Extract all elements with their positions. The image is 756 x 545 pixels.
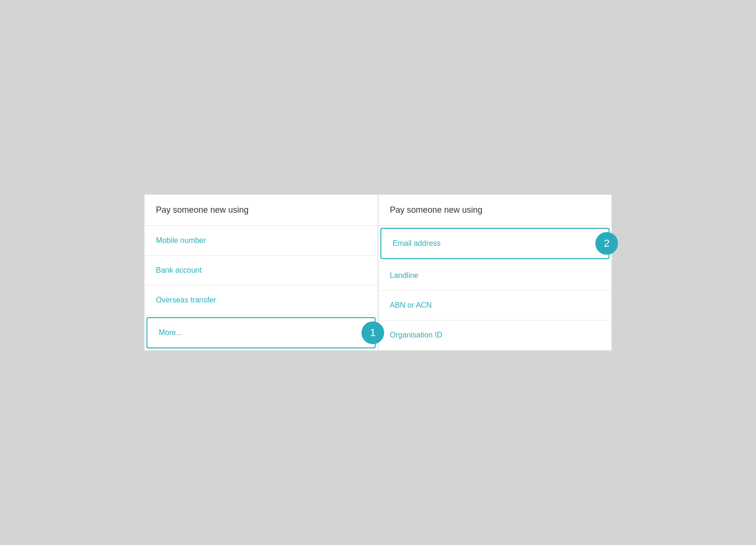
landline-item[interactable]: Landline <box>378 261 611 291</box>
more-item[interactable]: More... 1 <box>146 317 376 348</box>
left-panel-title: Pay someone new using <box>156 205 249 215</box>
left-panel-header: Pay someone new using <box>145 195 378 226</box>
panels-container: Pay someone new using Mobile number Bank… <box>144 194 612 351</box>
mobile-number-label: Mobile number <box>156 236 206 244</box>
bank-account-item[interactable]: Bank account <box>145 256 378 285</box>
bank-account-label: Bank account <box>156 266 202 274</box>
badge-2: 2 <box>595 232 618 255</box>
mobile-number-item[interactable]: Mobile number <box>145 226 378 256</box>
email-address-label: Email address <box>393 239 440 247</box>
right-panel: Pay someone new using Email address 2 La… <box>378 194 612 351</box>
email-address-item[interactable]: Email address 2 <box>380 228 610 259</box>
abn-acn-item[interactable]: ABN or ACN <box>378 291 611 320</box>
overseas-transfer-label: Overseas transfer <box>156 296 216 304</box>
badge-1: 1 <box>361 321 384 344</box>
organisation-id-item[interactable]: Organisation ID <box>378 320 611 350</box>
overseas-transfer-item[interactable]: Overseas transfer <box>145 285 378 315</box>
organisation-id-label: Organisation ID <box>390 331 442 339</box>
abn-acn-label: ABN or ACN <box>390 301 432 309</box>
right-panel-header: Pay someone new using <box>378 195 611 226</box>
more-label: More... <box>159 329 182 337</box>
right-panel-title: Pay someone new using <box>390 205 482 215</box>
landline-label: Landline <box>390 271 419 279</box>
left-panel: Pay someone new using Mobile number Bank… <box>144 194 378 351</box>
